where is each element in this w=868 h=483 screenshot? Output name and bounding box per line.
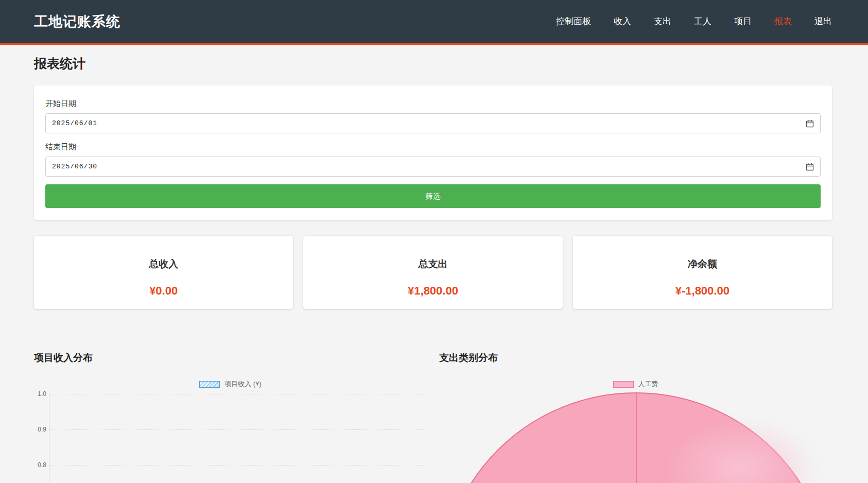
calendar-icon[interactable]: [806, 119, 814, 128]
income-chart-title: 项目收入分布: [34, 351, 427, 365]
stat-value: ¥0.00: [34, 284, 293, 298]
stat-title: 总收入: [34, 257, 293, 271]
y-tick-label: 1.0: [34, 390, 46, 398]
stat-card-total-expense: 总支出 ¥1,800.00: [303, 236, 562, 309]
start-date-field: [45, 113, 821, 133]
nav-item-projects[interactable]: 项目: [734, 15, 752, 27]
income-legend-swatch[interactable]: [199, 381, 220, 388]
expense-chart-title: 支出类别分布: [439, 351, 832, 365]
end-date-field: [45, 157, 821, 177]
calendar-icon[interactable]: [806, 163, 814, 171]
nav-item-reports[interactable]: 报表: [774, 15, 792, 27]
nav-item-workers[interactable]: 工人: [694, 15, 711, 27]
page-title: 报表统计: [34, 55, 832, 72]
expense-chart-legend: 人工费: [439, 380, 832, 389]
income-chart-legend: 项目收入 (¥): [34, 380, 427, 389]
nav-item-logout[interactable]: 退出: [814, 15, 832, 27]
end-date-input[interactable]: [45, 157, 821, 177]
end-date-label: 结束日期: [45, 142, 821, 152]
nav-item-dashboard[interactable]: 控制面板: [556, 15, 591, 27]
gridline: [49, 429, 425, 430]
pie-slice-divider: [636, 393, 637, 483]
expense-pie-chart: [439, 392, 832, 483]
expense-chart-section: 支出类别分布 人工费: [439, 351, 832, 483]
nav-item-income[interactable]: 收入: [614, 15, 631, 27]
y-tick-label: 0.8: [34, 461, 46, 469]
y-axis-line: [49, 394, 49, 483]
stat-title: 净余额: [573, 257, 832, 271]
start-date-input[interactable]: [45, 113, 821, 133]
navbar: 工地记账系统 控制面板 收入 支出 工人 项目 报表 退出: [0, 0, 868, 45]
date-filter-card: 开始日期 结束日期 筛选: [34, 85, 832, 220]
income-legend-label: 项目收入 (¥): [224, 380, 262, 389]
stat-title: 总支出: [303, 257, 562, 271]
income-chart-section: 项目收入分布 项目收入 (¥) 1.0 0.9 0.8: [34, 351, 427, 483]
stats-row: 总收入 ¥0.00 总支出 ¥1,800.00 净余额 ¥-1,800.00: [34, 236, 832, 309]
expense-legend-swatch[interactable]: [613, 381, 634, 388]
y-tick-label: 0.9: [34, 426, 46, 433]
stat-value: ¥1,800.00: [303, 284, 562, 298]
gridline: [49, 394, 425, 394]
expense-legend-label: 人工费: [638, 380, 658, 389]
gridline: [49, 465, 425, 465]
nav-item-expense[interactable]: 支出: [654, 15, 671, 27]
start-date-label: 开始日期: [45, 99, 821, 109]
nav-list: 控制面板 收入 支出 工人 项目 报表 退出: [556, 15, 832, 27]
stat-card-total-income: 总收入 ¥0.00: [34, 236, 293, 309]
app-logo[interactable]: 工地记账系统: [34, 12, 120, 31]
stat-value: ¥-1,800.00: [573, 284, 832, 298]
charts-row: 项目收入分布 项目收入 (¥) 1.0 0.9 0.8 支出类别分布 人工费: [34, 351, 832, 483]
stat-card-net-balance: 净余额 ¥-1,800.00: [573, 236, 832, 309]
income-bar-chart[interactable]: 1.0 0.9 0.8: [34, 391, 427, 483]
main-content: 报表统计 开始日期 结束日期 筛选 总收入 ¥0: [0, 45, 868, 483]
filter-button[interactable]: 筛选: [45, 184, 821, 208]
